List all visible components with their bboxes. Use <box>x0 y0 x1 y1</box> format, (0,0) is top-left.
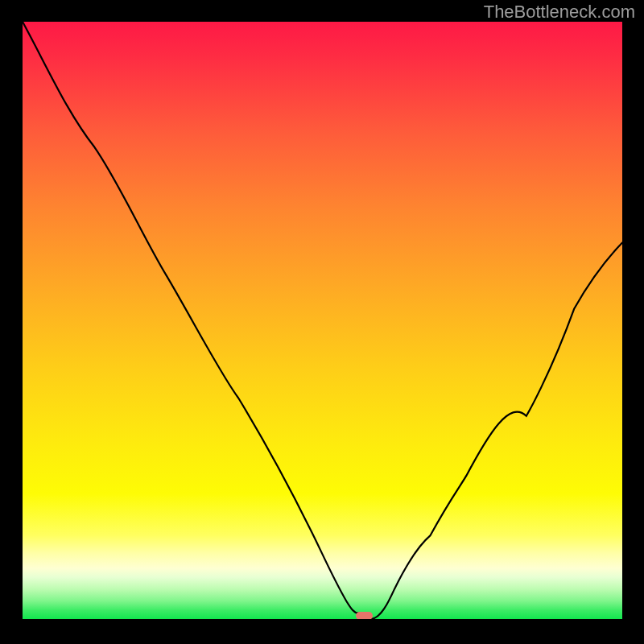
min-marker <box>356 612 373 619</box>
watermark-text: TheBottleneck.com <box>484 2 635 23</box>
bottleneck-curve <box>23 22 622 619</box>
plot-area <box>23 22 622 619</box>
curve-layer <box>23 22 622 619</box>
chart-frame: TheBottleneck.com <box>0 0 644 644</box>
